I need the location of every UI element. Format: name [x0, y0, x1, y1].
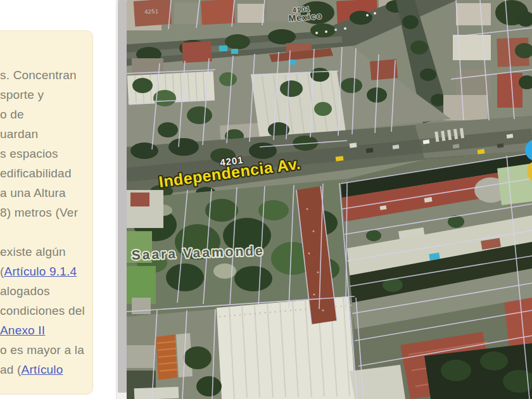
address-label-top-left: 4251 — [144, 8, 159, 15]
panel-text-line: 8) metros (Ver — [0, 203, 92, 222]
regulation-text-card: s. Concentransporte yo deuardans espacio… — [0, 30, 93, 395]
panel-text-line: a una Altura — [0, 183, 92, 203]
panel-text-line: (Artículo 9.1.4 — [0, 262, 92, 281]
left-panel: s. Concentransporte yo deuardans espacio… — [0, 0, 116, 399]
panel-text-line: uardan — [0, 124, 92, 144]
article-link[interactable]: Artículo 9.1.4 — [4, 265, 77, 278]
panel-text-line: condiciones del — [0, 301, 92, 320]
panel-text-line: sporte y — [0, 85, 92, 104]
panel-text-line — [0, 222, 92, 242]
panel-text-fragment: ad ( — [0, 363, 22, 376]
panel-text-fragment: edificabilidad — [0, 167, 72, 180]
panel-text-line: ad (Artículo — [0, 360, 92, 379]
panel-text-fragment: condiciones del — [0, 304, 85, 317]
panel-text-fragment: o es mayor a la — [0, 343, 84, 357]
panel-text-line: Anexo II — [0, 320, 92, 340]
panel-text-fragment: s espacios — [0, 147, 58, 160]
panel-text-fragment: 8) metros (Ver — [0, 206, 78, 219]
panel-text-line: o de — [0, 104, 92, 124]
panel-text-fragment: existe algún — [0, 245, 66, 258]
panel-text-fragment: alogados — [0, 284, 50, 298]
article-link[interactable]: Anexo II — [0, 324, 45, 337]
page: s. Concentransporte yo deuardans espacio… — [0, 0, 532, 399]
panel-text-fragment: s. Concentran — [0, 68, 77, 82]
panel-text-line: existe algún — [0, 242, 92, 262]
aerial-map-view[interactable]: 4251 4101 México 4201 Independencia Av. … — [127, 0, 532, 399]
article-link[interactable]: Artículo — [22, 363, 63, 376]
panel-text-line: alogados — [0, 281, 92, 301]
map-canvas[interactable]: 4251 4101 México 4201 Independencia Av. … — [127, 0, 532, 399]
scrollbar-thumb[interactable] — [118, 0, 127, 393]
panel-text-fragment: uardan — [0, 127, 38, 141]
panel-text-line: edificabilidad — [0, 163, 92, 183]
panel-text-line: s. Concentran — [0, 65, 92, 85]
panel-text-line: o es mayor a la — [0, 340, 92, 360]
regulation-text: s. Concentransporte yo deuardans espacio… — [0, 65, 92, 379]
scrollbar-track[interactable] — [116, 0, 127, 399]
panel-text-fragment: o de — [0, 108, 24, 121]
panel-text-line: s espacios — [0, 144, 92, 163]
panel-text-fragment: sporte y — [0, 88, 44, 101]
panel-text-fragment: a una Altura — [0, 186, 66, 200]
